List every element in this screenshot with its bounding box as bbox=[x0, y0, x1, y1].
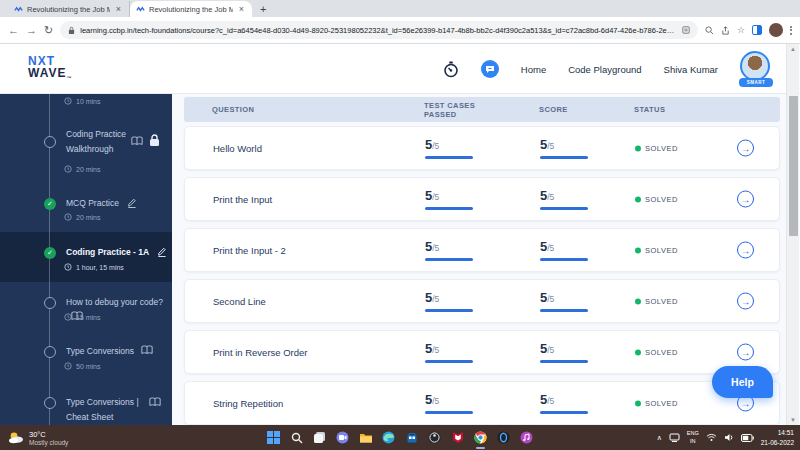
test-cases-cell: 5/5 bbox=[425, 135, 473, 159]
start-button-icon[interactable] bbox=[266, 430, 281, 445]
sidebar-item-duration: 50 mins bbox=[64, 362, 101, 370]
weather-cloud-sun-icon bbox=[8, 431, 24, 444]
sidebar-item-duration: 10 mins bbox=[64, 97, 101, 105]
question-title[interactable]: String Repetition bbox=[213, 398, 283, 409]
file-explorer-icon[interactable] bbox=[358, 430, 373, 445]
volume-icon[interactable] bbox=[724, 433, 734, 442]
question-row[interactable]: Second Line 5/5 5/5 SOLVED → bbox=[184, 279, 780, 323]
user-avatar[interactable]: SMART bbox=[740, 51, 772, 87]
question-title[interactable]: Print the Input - 2 bbox=[213, 245, 286, 256]
share-icon[interactable] bbox=[721, 26, 730, 35]
question-row[interactable]: Print in Reverse Order 5/5 5/5 SOLVED → bbox=[184, 330, 780, 374]
chat-support-icon[interactable] bbox=[481, 60, 499, 78]
sidebar-node-incomplete bbox=[44, 397, 56, 409]
progress-bar bbox=[425, 411, 473, 414]
question-row[interactable]: Hello World 5/5 5/5 SOLVED → bbox=[184, 126, 780, 170]
lock-icon bbox=[68, 26, 75, 35]
nav-home[interactable]: Home bbox=[521, 64, 546, 75]
search-icon[interactable] bbox=[289, 430, 304, 445]
sidebar-item-mcq-practice[interactable]: MCQ Practice bbox=[66, 196, 137, 211]
clock-icon bbox=[64, 313, 72, 321]
address-bar[interactable]: learning.ccbp.in/tech-foundations/course… bbox=[60, 21, 698, 39]
book-icon bbox=[149, 397, 161, 407]
logo-line2: WAVE bbox=[28, 66, 66, 80]
sidebar-item-coding-practice-walkthrough[interactable]: Coding Practice Walkthrough bbox=[66, 127, 128, 157]
table-header: QUESTION TEST CASES PASSED SCORE STATUS bbox=[184, 97, 780, 122]
question-row[interactable]: String Repetition 5/5 5/5 SOLVED → bbox=[184, 381, 780, 425]
reading-list-icon[interactable] bbox=[682, 26, 690, 34]
status-badge: SOLVED bbox=[635, 297, 678, 306]
bookmark-star-icon[interactable]: ☆ bbox=[737, 26, 745, 35]
side-panel-icon[interactable] bbox=[752, 25, 762, 35]
microsoft-store-icon[interactable] bbox=[404, 430, 419, 445]
book-icon bbox=[131, 136, 143, 146]
chrome-icon[interactable] bbox=[473, 430, 488, 445]
sidebar-node-completed: ✓ bbox=[44, 198, 56, 210]
reload-button[interactable]: ↻ bbox=[44, 25, 53, 36]
question-title[interactable]: Print in Reverse Order bbox=[213, 347, 308, 358]
windows-taskbar: 30°C Mostly cloudy ∧ ENG bbox=[0, 425, 800, 450]
sidebar-node-completed: ✓ bbox=[44, 247, 56, 259]
music-app-icon[interactable] bbox=[519, 430, 534, 445]
browser-tab-strip: Revolutionizing the Job Market | × Revol… bbox=[0, 0, 800, 17]
question-title[interactable]: Hello World bbox=[213, 143, 262, 154]
teams-chat-icon[interactable] bbox=[335, 430, 350, 445]
open-question-arrow-icon[interactable]: → bbox=[737, 344, 754, 361]
nav-code-playground[interactable]: Code Playground bbox=[568, 64, 641, 75]
browser-tab-2[interactable]: Revolutionizing the Job Market | × bbox=[130, 1, 252, 17]
question-title[interactable]: Print the Input bbox=[213, 194, 272, 205]
new-tab-button[interactable]: + bbox=[260, 3, 266, 15]
progress-bar bbox=[425, 258, 473, 261]
scrollbar-thumb[interactable] bbox=[789, 96, 798, 236]
user-name[interactable]: Shiva Kumar bbox=[664, 64, 718, 75]
col-score: SCORE bbox=[539, 105, 568, 114]
scroll-up-icon[interactable]: ▲ bbox=[790, 46, 796, 52]
browser-menu-icon[interactable] bbox=[790, 26, 792, 35]
page-scrollbar[interactable]: ▲ ▼ bbox=[786, 44, 799, 425]
app-header: NXT WAVE™ Home Code Playground Shiva Kum… bbox=[0, 44, 800, 94]
question-title[interactable]: Second Line bbox=[213, 296, 266, 307]
status-badge: SOLVED bbox=[635, 348, 678, 357]
question-row[interactable]: Print the Input 5/5 5/5 SOLVED → bbox=[184, 177, 780, 221]
sidebar-item-coding-practice-1a[interactable]: Coding Practice - 1A bbox=[66, 245, 167, 260]
help-button[interactable]: Help bbox=[712, 366, 773, 398]
taskbar-clock[interactable]: 14:51 21-06-2022 bbox=[761, 428, 794, 446]
open-question-arrow-icon[interactable]: → bbox=[737, 242, 754, 259]
weather-widget[interactable]: 30°C Mostly cloudy bbox=[8, 430, 68, 446]
clock-icon bbox=[64, 165, 72, 173]
scroll-down-icon[interactable]: ▼ bbox=[790, 417, 796, 423]
stopwatch-icon[interactable] bbox=[443, 61, 459, 78]
tab-close-icon[interactable]: × bbox=[237, 4, 246, 14]
open-question-arrow-icon[interactable]: → bbox=[737, 191, 754, 208]
questions-panel: QUESTION TEST CASES PASSED SCORE STATUS … bbox=[172, 94, 786, 425]
progress-bar bbox=[540, 411, 588, 414]
task-view-icon[interactable] bbox=[312, 430, 327, 445]
battery-icon[interactable] bbox=[741, 434, 754, 442]
sidebar-item-duration: 1 hour, 15 mins bbox=[64, 263, 124, 271]
edge-browser-icon[interactable] bbox=[381, 430, 396, 445]
progress-bar bbox=[425, 207, 473, 210]
score-cell: 5/5 bbox=[540, 288, 588, 312]
obs-icon[interactable] bbox=[427, 430, 442, 445]
nxtwave-logo[interactable]: NXT WAVE™ bbox=[28, 55, 72, 81]
back-button[interactable]: ← bbox=[8, 25, 19, 36]
forward-button[interactable]: → bbox=[26, 25, 37, 36]
status-badge: SOLVED bbox=[635, 195, 678, 204]
wifi-icon[interactable] bbox=[706, 433, 717, 442]
sidebar-item-type-conversions-cheat-sheet[interactable]: Type Conversions | Cheat Sheet bbox=[66, 395, 146, 425]
sidebar-item-type-conversions[interactable]: Type Conversions bbox=[66, 344, 153, 359]
open-question-arrow-icon[interactable]: → bbox=[737, 293, 754, 310]
zoom-icon[interactable] bbox=[705, 26, 714, 35]
progress-bar bbox=[540, 258, 588, 261]
question-row[interactable]: Print the Input - 2 5/5 5/5 SOLVED → bbox=[184, 228, 780, 272]
browser-tab-1[interactable]: Revolutionizing the Job Market | × bbox=[8, 1, 130, 17]
open-question-arrow-icon[interactable]: → bbox=[737, 140, 754, 157]
cast-display-icon[interactable] bbox=[669, 433, 680, 442]
tab-close-icon[interactable]: × bbox=[114, 4, 123, 14]
mcafee-icon[interactable] bbox=[450, 430, 465, 445]
tray-chevron-icon[interactable]: ∧ bbox=[657, 434, 662, 442]
test-cases-cell: 5/5 bbox=[425, 237, 473, 261]
opera-icon[interactable] bbox=[496, 430, 511, 445]
browser-profile-avatar[interactable] bbox=[769, 23, 783, 37]
language-indicator[interactable]: ENG IN bbox=[687, 430, 699, 444]
